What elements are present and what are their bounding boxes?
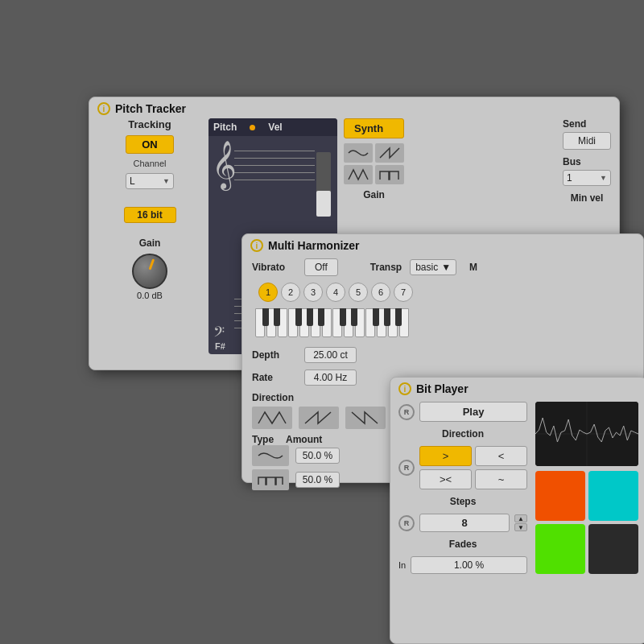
rate-label: Rate [252,372,296,383]
sheet-header: Pitch Vel [208,118,337,136]
piano-key-a2s[interactable] [395,308,402,326]
direction-r-button[interactable]: R [398,460,415,476]
transp-value: basic [415,262,438,273]
gain-value: 0.0 dB [137,291,163,300]
channel-arrow-icon: ▼ [163,177,170,185]
fades-in-label: In [398,560,406,570]
dir-random-button[interactable]: ~ [475,469,527,489]
dir-forward-button[interactable]: > [419,446,472,466]
tracking-label: Tracking [97,118,202,130]
steps-down-arrow[interactable]: ▼ [514,523,527,531]
vibrato-label: Vibrato [252,262,296,273]
transp-dropdown[interactable]: basic ▼ [410,259,456,275]
wave-triangle[interactable] [344,165,373,184]
voice-btn-1[interactable]: 1 [258,283,278,302]
dir-backward-button[interactable]: < [475,446,527,466]
channel-label: Channel [97,159,202,168]
voice-btn-3[interactable]: 3 [303,283,323,302]
channel-dropdown[interactable]: L ▼ [126,173,174,189]
pad-orange[interactable] [535,471,585,521]
dir-wave-sawtooth[interactable] [299,407,339,429]
bus-label: Bus [563,156,611,167]
voice-buttons: 1 2 3 4 5 6 7 [258,283,413,302]
steps-label: Steps [398,496,527,507]
rate-value[interactable]: 4.00 Hz [304,369,357,386]
synth-button[interactable]: Synth [344,118,404,138]
piano-key-as[interactable] [318,308,324,326]
amount-label: Amount [286,434,322,445]
m-label: M [469,262,477,273]
bus-value: 1 [567,172,572,184]
dir-pingpong-button[interactable]: >< [419,469,472,489]
piano-key-gs[interactable] [307,308,313,326]
send-value[interactable]: Midi [563,132,611,150]
piano-key-g2s[interactable] [384,308,390,326]
pad-cyan[interactable] [588,471,638,521]
treble-clef-icon: 𝄞 [212,144,237,186]
bus-dropdown[interactable]: 1 ▼ [563,170,611,186]
type-amount-2[interactable]: 50.0 % [295,472,340,488]
piano-key-c2s[interactable] [340,308,346,326]
transp-label: Transp [370,262,402,273]
vibrato-button[interactable]: Off [304,258,338,276]
dir-wave-ramp[interactable] [345,407,386,429]
steps-stepper[interactable]: ▲ ▼ [514,514,527,531]
bit-player-title-bar: i Bit Player [390,378,644,398]
active-indicator [250,125,255,130]
bus-arrow-icon: ▼ [600,174,607,182]
waveform-svg [535,402,638,466]
wave-sine[interactable] [344,143,373,163]
color-pads [535,471,638,574]
voice-btn-2[interactable]: 2 [281,283,300,302]
fades-label: Fades [398,539,527,550]
steps-value: 8 [419,514,510,532]
piano-key-ds[interactable] [274,308,280,326]
channel-value: L [130,175,135,187]
multi-harmonizer-title: Multi Harmonizer [268,239,360,252]
pitch-tracker-info-icon[interactable]: i [97,102,110,115]
voice-btn-6[interactable]: 6 [371,283,390,302]
voice-btn-7[interactable]: 7 [394,283,413,302]
bit-box[interactable]: 16 bit [124,207,176,223]
transp-arrow-icon: ▼ [441,262,451,273]
piano-key-f2s[interactable] [373,308,379,326]
mh-info-icon[interactable]: i [250,239,263,252]
depth-value[interactable]: 25.00 ct [304,347,357,363]
wave-sawtooth[interactable] [375,143,404,163]
bit-player-info-icon[interactable]: i [398,382,411,395]
pad-green[interactable] [535,524,585,574]
play-button[interactable]: Play [419,402,527,422]
velocity-fill [316,191,331,217]
multi-harmonizer-title-bar: i Multi Harmonizer [242,234,643,255]
steps-up-arrow[interactable]: ▲ [514,514,527,522]
pt-gain-label: Gain [344,189,404,200]
direction-section-label: Direction [398,428,527,440]
vel-tab[interactable]: Vel [268,122,282,133]
piano-key-d2s[interactable] [351,308,357,326]
piano-key-cs[interactable] [262,308,269,326]
steps-r-button[interactable]: R [398,515,415,531]
gain-knob[interactable] [132,254,167,289]
waveform-display [535,402,638,466]
voice-btn-5[interactable]: 5 [349,283,368,302]
gain-label: Gain [97,237,202,249]
pad-dark[interactable] [588,524,638,574]
type-wave-square[interactable] [252,469,289,490]
bass-clef-icon: 𝄢 [213,325,225,343]
type-wave-sine[interactable] [252,445,289,466]
bit-player-panel: i Bit Player R Play Direction R > < >< ~ [390,377,644,644]
pitch-tracker-title-bar: i Pitch Tracker [89,97,619,118]
type-amount-1[interactable]: 50.0 % [295,448,340,464]
piano-key-fs[interactable] [295,308,302,326]
dir-wave-triangle[interactable] [252,407,292,429]
play-r-button[interactable]: R [398,404,415,420]
pitch-tab[interactable]: Pitch [213,122,237,133]
velocity-bar [316,152,331,217]
pitch-tracker-title: Pitch Tracker [115,102,186,115]
fades-value[interactable]: 1.00 % [411,556,527,574]
wave-square[interactable] [375,165,404,184]
min-vel-label: Min vel [571,192,604,204]
piano-keys [255,308,634,339]
voice-btn-4[interactable]: 4 [326,283,345,302]
on-button[interactable]: ON [126,135,174,154]
